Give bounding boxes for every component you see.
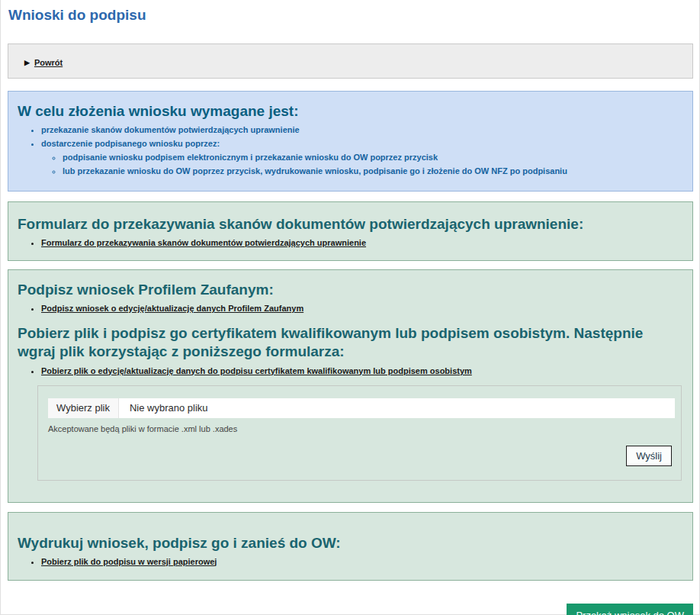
back-button[interactable]: ▶ Powrót xyxy=(24,58,63,67)
page-container: Wnioski do podpisu ▶ Powrót W celu złoże… xyxy=(0,0,700,615)
footer-actions: Przekaż wniosek do OW xyxy=(1,604,693,615)
print-heading: Wydrukuj wniosek, podpisz go i zanieś do… xyxy=(18,535,683,552)
list-item-text: dostarczenie podpisanego wniosku poprzez… xyxy=(41,139,220,148)
back-label: Powrót xyxy=(34,58,63,67)
paper-version-link[interactable]: Pobierz plik do podpisu w wersji papiero… xyxy=(41,557,217,566)
certificate-list: Pobierz plik o edycję/aktualizację danyc… xyxy=(18,366,683,375)
requirements-heading: W celu złożenia wniosku wymagane jest: xyxy=(18,103,683,120)
upload-actions: Wyślij xyxy=(48,446,672,466)
back-toolbar: ▶ Powrót xyxy=(8,43,693,79)
scans-form-heading: Formularz do przekazywania skanów dokume… xyxy=(18,216,683,233)
page-title: Wnioski do podpisu xyxy=(1,0,699,24)
list-item: podpisanie wniosku podpisem elektroniczn… xyxy=(63,153,683,162)
scans-form-box: Formularz do przekazywania skanów dokume… xyxy=(8,201,693,261)
list-item: dostarczenie podpisanego wniosku poprzez… xyxy=(41,139,683,175)
trusted-profile-heading: Podpisz wniosek Profilem Zaufanym: xyxy=(18,282,683,298)
list-item: Pobierz plik do podpisu w wersji papiero… xyxy=(41,557,683,566)
requirements-sublist: podpisanie wniosku podpisem elektroniczn… xyxy=(41,153,683,175)
upload-panel: Wybierz plik Nie wybrano pliku Akceptowa… xyxy=(37,385,682,481)
scans-form-list: Formularz do przekazywania skanów dokume… xyxy=(18,238,683,247)
sign-box: Podpisz wniosek Profilem Zaufanym: Podpi… xyxy=(8,269,693,503)
trusted-profile-link[interactable]: Podpisz wniosek o edycję/aktualizację da… xyxy=(41,304,303,313)
print-list: Pobierz plik do podpisu w wersji papiero… xyxy=(18,557,683,566)
list-item: przekazanie skanów dokumentów potwierdza… xyxy=(41,125,683,134)
choose-file-button[interactable]: Wybierz plik xyxy=(48,398,119,418)
requirements-list: przekazanie skanów dokumentów potwierdza… xyxy=(18,125,683,175)
scans-form-link[interactable]: Formularz do przekazywania skanów dokume… xyxy=(41,238,366,247)
send-button[interactable]: Wyślij xyxy=(626,446,672,466)
certificate-download-link[interactable]: Pobierz plik o edycję/aktualizację danyc… xyxy=(41,366,472,375)
file-name-text: Nie wybrano pliku xyxy=(119,398,208,418)
print-box: Wydrukuj wniosek, podpisz go i zanieś do… xyxy=(8,512,693,581)
list-item: Podpisz wniosek o edycję/aktualizację da… xyxy=(41,304,683,313)
file-input[interactable]: Wybierz plik Nie wybrano pliku xyxy=(48,398,675,418)
file-format-hint: Akceptowane będą pliki w formacie .xml l… xyxy=(48,424,672,433)
requirements-box: W celu złożenia wniosku wymagane jest: p… xyxy=(8,91,693,192)
list-item: Pobierz plik o edycję/aktualizację danyc… xyxy=(41,366,683,375)
back-arrow-icon: ▶ xyxy=(24,59,30,66)
list-item: lub przekazanie wniosku do OW poprzez pr… xyxy=(63,166,683,175)
certificate-heading: Pobierz plik i podpisz go certyfikatem k… xyxy=(18,324,683,361)
trusted-profile-list: Podpisz wniosek o edycję/aktualizację da… xyxy=(18,304,683,313)
list-item: Formularz do przekazywania skanów dokume… xyxy=(41,238,683,247)
submit-to-ow-button[interactable]: Przekaż wniosek do OW xyxy=(567,604,693,615)
